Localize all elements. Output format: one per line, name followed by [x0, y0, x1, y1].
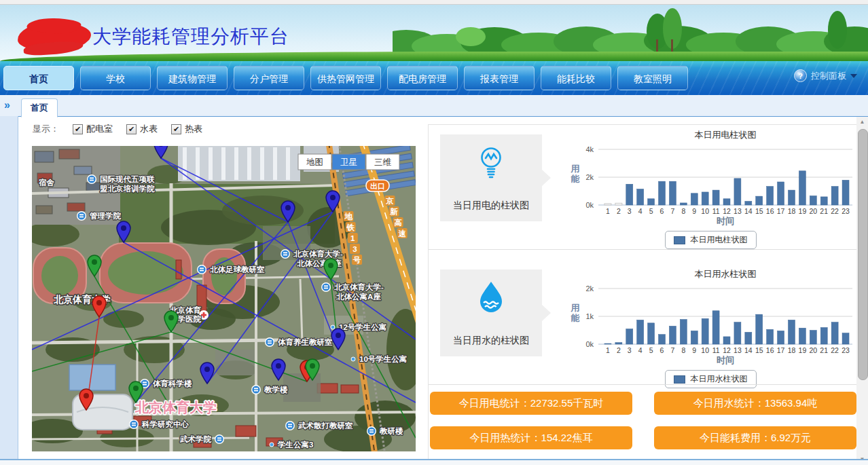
filter-checkbox-水表[interactable]: ✔水表	[126, 123, 158, 135]
vertical-scrollbar[interactable]: ▲ ▼	[856, 117, 868, 465]
nav-tab-教室照明[interactable]: 教室照明	[617, 66, 688, 90]
bar-hour-2[interactable]	[615, 343, 622, 344]
campus-map[interactable]: 出口地铁13号京新高速宿舍国际现代五项联盟北京培训学院管理学院北体足球教研室北京…	[32, 146, 416, 451]
filter-checkbox-热表[interactable]: ✔热表	[171, 123, 202, 135]
svg-text:出口: 出口	[370, 182, 385, 190]
bar-hour-6[interactable]	[659, 335, 666, 344]
map-type-卫星[interactable]: 卫星	[332, 154, 365, 170]
bar-hour-18[interactable]	[788, 320, 795, 344]
bar-hour-15[interactable]	[756, 314, 763, 344]
checkbox-icon[interactable]: ✔	[73, 124, 83, 134]
map-poi-icon	[215, 434, 224, 444]
bar-hour-6[interactable]	[659, 181, 666, 205]
legend-toggle[interactable]: 本日用水柱状图	[665, 370, 757, 388]
svg-text:2: 2	[617, 207, 621, 215]
bar-hour-7[interactable]	[669, 326, 676, 344]
bar-hour-23[interactable]	[842, 180, 849, 205]
collapse-sidebar-icon[interactable]: »	[4, 99, 10, 111]
map-label: 教学楼	[251, 385, 288, 394]
nav-tab-分户管理[interactable]: 分户管理	[234, 66, 304, 90]
bar-hour-7[interactable]	[669, 181, 676, 205]
legend-toggle[interactable]: 本日用电柱状图	[665, 231, 757, 249]
bar-hour-4[interactable]	[637, 320, 644, 344]
tab-home[interactable]: 首页	[21, 98, 58, 117]
bar-hour-9[interactable]	[691, 331, 698, 344]
checkbox-icon[interactable]: ✔	[171, 124, 181, 134]
svg-text:北体足球教研室: 北体足球教研室	[209, 265, 265, 274]
bar-hour-13[interactable]	[734, 322, 741, 344]
bar-hour-16[interactable]	[767, 329, 774, 344]
bar-hour-10[interactable]	[702, 318, 708, 344]
redacted-logo	[17, 21, 91, 52]
svg-text:9: 9	[692, 346, 696, 354]
svg-text:12号学生公寓: 12号学生公寓	[339, 322, 386, 331]
bar-hour-1[interactable]	[604, 343, 611, 344]
map-type-地图[interactable]: 地图	[298, 154, 331, 170]
nav-tab-供热管网管理[interactable]: 供热管网管理	[310, 66, 381, 90]
bar-hour-13[interactable]	[734, 179, 741, 205]
bulb-summary-card[interactable]: 当日用电的柱状图	[440, 134, 542, 221]
map-label: 学生公寓3	[277, 440, 313, 449]
bar-hour-11[interactable]	[712, 311, 719, 344]
bar-hour-20[interactable]	[810, 196, 816, 205]
bar-hour-19[interactable]	[799, 328, 806, 344]
map-poi-icon	[367, 426, 376, 436]
svg-text:体育养生教研室: 体育养生教研室	[277, 337, 333, 346]
nav-tab-学校[interactable]: 学校	[80, 66, 151, 90]
stat-button-3[interactable]: 今日能耗费用：6.92万元	[654, 426, 856, 449]
bar-hour-18[interactable]	[788, 190, 795, 205]
stat-button-1[interactable]: 今日用水统计：13563.94吨	[654, 392, 856, 415]
bar-hour-17[interactable]	[778, 182, 784, 205]
bar-hour-12[interactable]	[723, 337, 730, 344]
bar-hour-9[interactable]	[691, 193, 698, 205]
bar-hour-22[interactable]	[831, 187, 838, 205]
water-drop-summary-card[interactable]: 当日用水的柱状图	[440, 269, 542, 356]
bar-hour-20[interactable]	[810, 331, 816, 345]
bar-hour-1[interactable]	[604, 204, 611, 205]
stat-button-0[interactable]: 今日用电统计：22732.55千瓦时	[430, 392, 632, 415]
bar-hour-3[interactable]	[626, 184, 633, 205]
filter-checkbox-配电室[interactable]: ✔配电室	[73, 123, 113, 135]
bar-hour-21[interactable]	[820, 197, 827, 205]
bar-hour-5[interactable]	[648, 323, 655, 344]
bar-hour-23[interactable]	[842, 333, 849, 344]
map-label: 北体公寓A座	[336, 292, 381, 301]
svg-text:15: 15	[755, 207, 763, 215]
svg-text:22: 22	[831, 346, 839, 354]
bar-hour-8[interactable]	[680, 203, 687, 205]
bar-hour-17[interactable]	[778, 331, 784, 344]
map-label: 武术学院	[179, 434, 224, 444]
nav-tab-能耗比较[interactable]: 能耗比较	[541, 66, 611, 90]
bar-hour-14[interactable]	[745, 332, 752, 344]
bar-hour-2[interactable]	[615, 203, 622, 205]
electricity-chart-plot[interactable]: 本日用电柱状图用能0k2k4k1234567891011121314151617…	[564, 128, 856, 227]
bar-hour-5[interactable]	[648, 199, 655, 205]
bar-hour-11[interactable]	[712, 190, 719, 205]
scrollbar-thumb[interactable]	[858, 129, 868, 380]
checkbox-icon[interactable]: ✔	[126, 124, 137, 134]
bar-hour-22[interactable]	[831, 322, 838, 344]
nav-tab-首页[interactable]: 首页	[3, 66, 74, 90]
control-panel-menu[interactable]: ? 控制面板	[794, 69, 857, 82]
nav-tab-报表管理[interactable]: 报表管理	[464, 66, 535, 90]
bar-hour-19[interactable]	[799, 171, 806, 205]
bar-hour-21[interactable]	[820, 327, 827, 344]
bar-hour-4[interactable]	[637, 189, 644, 205]
left-rail	[0, 116, 18, 459]
card-arrow	[542, 170, 551, 186]
bar-hour-14[interactable]	[745, 201, 752, 205]
bar-hour-16[interactable]	[767, 187, 774, 205]
scroll-up-icon[interactable]: ▲	[856, 117, 868, 128]
bar-hour-12[interactable]	[723, 199, 730, 205]
bar-hour-8[interactable]	[680, 320, 687, 344]
map-type-三维[interactable]: 三维	[366, 154, 399, 170]
water-chart-plot[interactable]: 本日用水柱状图用能0k1k2k1234567891011121314151617…	[564, 267, 856, 366]
filter-label: 水表	[140, 123, 158, 135]
stat-button-2[interactable]: 今日用热统计：154.22焦耳	[430, 426, 632, 449]
help-icon[interactable]: ?	[794, 69, 807, 82]
bar-hour-10[interactable]	[702, 192, 708, 205]
nav-tab-建筑物管理[interactable]: 建筑物管理	[157, 66, 228, 90]
nav-tab-配电房管理[interactable]: 配电房管理	[387, 66, 458, 90]
bar-hour-3[interactable]	[626, 329, 633, 344]
bar-hour-15[interactable]	[756, 196, 763, 205]
